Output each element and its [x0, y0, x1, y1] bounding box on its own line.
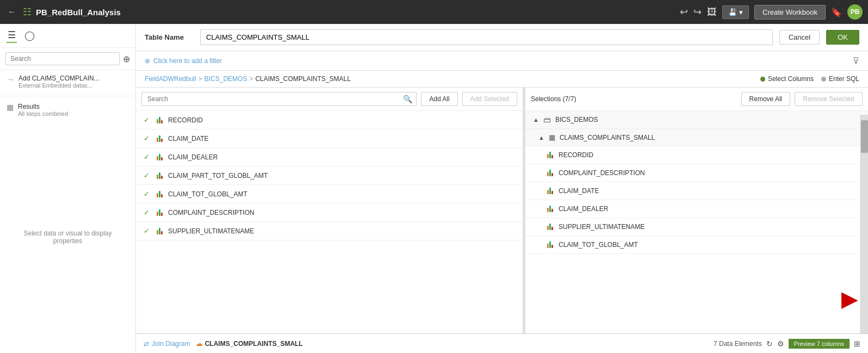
back-button[interactable]: ← [5, 5, 18, 19]
topbar: ← ☷ PB_RedBull_Analysis ↩ ↪ 🖼 💾 ▾ Create… [0, 0, 868, 24]
sel-field-name: RECORDID [559, 151, 593, 159]
field-item[interactable]: ✓ RECORDID [136, 111, 523, 129]
sidebar-add-button[interactable]: ⊕ [123, 54, 130, 64]
sidebar-results-label: Results [18, 103, 68, 110]
field-check-icon: ✓ [144, 208, 151, 216]
field-item[interactable]: ✓ COMPLAINT_DESCRIPTION [136, 203, 523, 222]
breadcrumb-part-1[interactable]: FieldADWRedbull [145, 75, 196, 83]
preview-button[interactable]: Preview 7 columns [789, 339, 850, 349]
sel-field-item[interactable]: CLAIM_DATE [525, 182, 868, 200]
add-filter-label: Click here to add a filter [153, 57, 222, 65]
field-name: COMPLAINT_DESCRIPTION [168, 209, 255, 216]
app-title: PB_RedBull_Analysis [36, 8, 675, 17]
scrollbar-thumb[interactable] [861, 120, 868, 153]
add-filter-icon: ⊕ [145, 57, 150, 65]
create-workbook-button[interactable]: Create Workbook [754, 5, 826, 20]
field-bar-icon [157, 172, 163, 179]
breadcrumb-part-2[interactable]: BICS_DEMOS [204, 75, 247, 83]
table-tab-icon: ☁ [196, 340, 202, 348]
fields-search-wrap: 🔍 [141, 92, 417, 106]
settings-button[interactable]: ⚙ [777, 339, 784, 348]
field-name: CLAIM_TOT_GLOBL_AMT [168, 190, 247, 198]
table-name-label: Table Name [145, 33, 194, 41]
content-area: Table Name Cancel OK ⊕ Click here to add… [136, 24, 868, 353]
select-columns-mode[interactable]: Select Columns [760, 75, 814, 83]
breadcrumb-row: FieldADWRedbull > BICS_DEMOS > CLAIMS_CO… [136, 71, 868, 88]
sel-field-item[interactable]: CLAIM_TOT_GLOBL_AMT [525, 236, 868, 254]
sel-group-bics-demos[interactable]: ▲ 🗃 BICS_DEMOS [525, 111, 868, 129]
field-item[interactable]: ✓ SUPPLIER_ULTIMATENAME [136, 222, 523, 240]
field-name: RECORDID [168, 116, 203, 124]
field-item[interactable]: ✓ CLAIM_DEALER [136, 148, 523, 166]
field-name: CLAIM_DEALER [168, 153, 218, 161]
topbar-actions: ↩ ↪ 🖼 💾 ▾ Create Workbook 🔖 PB [680, 4, 863, 20]
sel-group-arrow-icon: ▲ [533, 116, 539, 123]
field-item[interactable]: ✓ CLAIM_DATE [136, 129, 523, 148]
remove-all-button[interactable]: Remove All [741, 92, 791, 106]
fields-search-input[interactable] [141, 92, 417, 106]
sel-table-grid-icon: ▦ [549, 133, 555, 141]
sel-group-name: BICS_DEMOS [555, 116, 598, 123]
field-bar-icon [157, 209, 163, 216]
refresh-button[interactable]: ↻ [766, 339, 773, 348]
sidebar-item-results[interactable]: ▦ Results All steps combined [0, 98, 135, 121]
sel-field-item[interactable]: COMPLAINT_DESCRIPTION [525, 164, 868, 182]
data-panel: 🔍 Add All Add Selected ✓ RECORDID ✓ [136, 88, 868, 333]
add-filter-button[interactable]: ⊕ Click here to add a filter [145, 57, 222, 65]
add-all-button[interactable]: Add All [421, 92, 457, 106]
avatar: PB [847, 4, 863, 20]
enter-sql-label: Enter SQL [829, 75, 859, 83]
join-diagram-icon: ⇄ [144, 340, 149, 348]
sel-table-arrow-icon: ▲ [538, 134, 544, 141]
table-name-input[interactable] [200, 29, 773, 45]
field-name: CLAIM_PART_TOT_GLOBL_AMT [168, 172, 268, 179]
sel-field-bar-icon [547, 170, 553, 176]
save-icon: 💾 [728, 8, 737, 16]
sel-field-item[interactable]: CLAIM_DEALER [525, 200, 868, 218]
table-name-row: Table Name Cancel OK [136, 24, 868, 51]
selections-title: Selections (7/7) [531, 95, 737, 103]
sel-table-claims[interactable]: ▲ ▦ CLAIMS_COMPLAINTS_SMALL [525, 129, 868, 146]
sidebar-results-icon: ▦ [7, 103, 14, 112]
grid-view-icon[interactable]: ⊞ [854, 339, 860, 348]
sel-field-name: COMPLAINT_DESCRIPTION [559, 169, 645, 177]
select-columns-label: Select Columns [768, 75, 814, 83]
table-tab-label: CLAIMS_COMPLAINTS_SMALL [205, 340, 303, 348]
app-icon: ☷ [23, 6, 32, 18]
sidebar-item-label: Add CLAIMS_COMPLAIN... [18, 75, 100, 82]
fields-panel: 🔍 Add All Add Selected ✓ RECORDID ✓ [136, 88, 523, 333]
undo-button[interactable]: ↩ [680, 6, 688, 18]
field-check-icon: ✓ [144, 190, 151, 198]
join-diagram-button[interactable]: ⇄ Join Diagram [144, 340, 190, 348]
selections-list: ▲ 🗃 BICS_DEMOS ▲ ▦ CLAIMS_COMPLAINTS_SMA… [525, 111, 868, 333]
ok-button[interactable]: OK [826, 30, 859, 45]
sidebar-search-row: ⊕ [0, 48, 135, 70]
sidebar-search-input[interactable] [5, 52, 120, 65]
sel-field-item[interactable]: RECORDID [525, 146, 868, 164]
cancel-button[interactable]: Cancel [779, 30, 820, 45]
field-bar-icon [157, 228, 163, 234]
enter-sql-mode[interactable]: Enter SQL [821, 75, 859, 83]
table-tab[interactable]: ☁ CLAIMS_COMPLAINTS_SMALL [196, 340, 303, 348]
add-selected-button[interactable]: Add Selected [462, 92, 517, 106]
save-dropdown-icon: ▾ [739, 8, 743, 16]
sel-field-name: SUPPLIER_ULTIMATENAME [559, 223, 644, 231]
sidebar-icon-circle[interactable]: ◯ [23, 28, 36, 43]
field-item[interactable]: ✓ CLAIM_TOT_GLOBL_AMT [136, 185, 523, 203]
sidebar-item-add-claims[interactable]: → Add CLAIMS_COMPLAIN... External Embedd… [0, 70, 135, 94]
remove-selected-button[interactable]: Remove Selected [795, 92, 863, 106]
breadcrumb-part-3: CLAIMS_COMPLAINTS_SMALL [255, 75, 350, 83]
field-item[interactable]: ✓ CLAIM_PART_TOT_GLOBL_AMT [136, 166, 523, 185]
save-button[interactable]: 💾 ▾ [722, 5, 749, 19]
scrollbar-track[interactable] [860, 115, 868, 333]
bookmark-button[interactable]: 🔖 [831, 7, 842, 17]
selections-toolbar: Selections (7/7) Remove All Remove Selec… [525, 88, 868, 111]
sidebar-icon-layers[interactable]: ☰ [7, 28, 17, 43]
sel-field-bar-icon [547, 206, 553, 212]
breadcrumb-sep-1: > [199, 75, 202, 83]
sel-field-item[interactable]: SUPPLIER_ULTIMATENAME [525, 218, 868, 236]
field-check-icon: ✓ [144, 153, 151, 161]
sidebar-item-arrow-icon: → [7, 75, 14, 84]
redo-button[interactable]: ↪ [693, 6, 702, 18]
image-button[interactable]: 🖼 [707, 7, 717, 18]
